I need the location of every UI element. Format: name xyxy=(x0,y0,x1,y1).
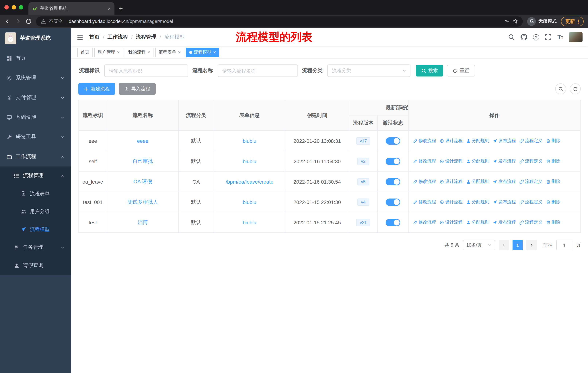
tag-process-model[interactable]: 流程模型× xyxy=(186,48,219,57)
action-definition[interactable]: 流程定义 xyxy=(519,138,542,144)
sidebar-item-system-management[interactable]: 系统管理 xyxy=(0,68,71,88)
sidebar-item-process-management[interactable]: 流程管理 xyxy=(0,166,71,185)
action-design[interactable]: 设计流程 xyxy=(440,199,462,205)
security-label[interactable]: 不安全 xyxy=(49,18,63,24)
page-size-select[interactable]: 10条/页 xyxy=(463,240,495,250)
tag-home[interactable]: 首页 xyxy=(77,48,93,57)
breadcrumb-process-management[interactable]: 流程管理 xyxy=(136,34,156,40)
update-button[interactable]: 更新 ⋮ xyxy=(561,17,584,26)
action-publish[interactable]: 发布流程 xyxy=(493,219,516,225)
goto-page-input[interactable] xyxy=(556,240,572,250)
action-assign[interactable]: 分配规则 xyxy=(466,199,489,205)
action-assign[interactable]: 分配规则 xyxy=(466,158,489,164)
search-button[interactable]: 搜索 xyxy=(416,65,443,77)
import-process-button[interactable]: 导入流程 xyxy=(119,83,156,95)
sidebar-item-payment-management[interactable]: 支付管理 xyxy=(0,88,71,107)
process-name-link[interactable]: 滔博 xyxy=(138,219,148,225)
font-size-icon[interactable]: TT xyxy=(557,34,563,40)
action-edit[interactable]: 修改流程 xyxy=(413,138,436,144)
close-icon[interactable]: × xyxy=(213,50,216,55)
action-edit[interactable]: 修改流程 xyxy=(413,199,436,205)
action-publish[interactable]: 发布流程 xyxy=(493,199,516,205)
sidebar-item-dev-tools[interactable]: 研发工具 xyxy=(0,127,71,147)
breadcrumb-workflow[interactable]: 工作流程 xyxy=(107,34,128,40)
action-delete[interactable]: 删除 xyxy=(546,199,560,205)
address-bar[interactable]: 不安全 dashboard.yudao.iocoder.cn/bpm/manag… xyxy=(36,16,523,26)
form-link[interactable]: biubiu xyxy=(243,220,256,225)
action-delete[interactable]: 删除 xyxy=(546,138,560,144)
action-delete[interactable]: 删除 xyxy=(546,158,560,164)
action-assign[interactable]: 分配规则 xyxy=(466,138,489,144)
process-name-link[interactable]: eeee xyxy=(137,138,148,144)
process-name-input[interactable] xyxy=(218,64,298,77)
version-badge[interactable]: v5 xyxy=(357,178,369,185)
refresh-table-button[interactable] xyxy=(570,83,581,94)
version-badge[interactable]: v4 xyxy=(357,198,369,206)
action-edit[interactable]: 修改流程 xyxy=(413,219,436,225)
security-warning-icon[interactable] xyxy=(41,19,46,24)
sidebar-item-process-model[interactable]: 流程模型 xyxy=(0,220,71,238)
back-button[interactable] xyxy=(4,18,10,24)
action-definition[interactable]: 流程定义 xyxy=(519,158,542,164)
prev-page-button[interactable] xyxy=(499,240,509,250)
github-icon[interactable] xyxy=(521,34,527,40)
form-link[interactable]: biubiu xyxy=(243,138,256,144)
avatar[interactable] xyxy=(569,32,583,42)
process-key-input[interactable] xyxy=(104,64,188,77)
action-publish[interactable]: 发布流程 xyxy=(493,138,516,144)
breadcrumb-home[interactable]: 首页 xyxy=(89,34,100,40)
close-icon[interactable]: × xyxy=(117,50,120,55)
action-definition[interactable]: 流程定义 xyxy=(519,199,542,205)
next-page-button[interactable] xyxy=(526,240,537,250)
tag-my-process[interactable]: 我的流程× xyxy=(125,48,153,57)
hamburger-icon[interactable] xyxy=(77,34,84,40)
search-icon[interactable] xyxy=(508,34,515,40)
version-badge[interactable]: v21 xyxy=(356,219,371,226)
action-edit[interactable]: 修改流程 xyxy=(413,179,436,185)
category-select[interactable]: 流程分类 xyxy=(327,64,410,77)
toggle-search-button[interactable] xyxy=(555,83,566,94)
action-assign[interactable]: 分配规则 xyxy=(466,179,489,185)
close-icon[interactable]: × xyxy=(147,50,150,55)
sidebar-item-workflow[interactable]: 工作流程 xyxy=(0,147,71,166)
version-badge[interactable]: v2 xyxy=(357,158,369,165)
action-publish[interactable]: 发布流程 xyxy=(493,158,516,164)
url-text[interactable]: dashboard.yudao.iocoder.cn/bpm/manager/m… xyxy=(69,19,501,24)
action-design[interactable]: 设计流程 xyxy=(440,179,462,185)
action-definition[interactable]: 流程定义 xyxy=(519,179,542,185)
minimize-window-button[interactable] xyxy=(12,5,16,10)
page-1-button[interactable]: 1 xyxy=(513,240,523,250)
help-icon[interactable]: ? xyxy=(533,34,539,40)
close-icon[interactable]: × xyxy=(178,50,181,55)
action-publish[interactable]: 发布流程 xyxy=(493,179,516,185)
active-toggle[interactable] xyxy=(386,178,400,185)
active-toggle[interactable] xyxy=(386,219,400,226)
action-design[interactable]: 设计流程 xyxy=(440,138,462,144)
sidebar-logo[interactable]: 芋道管理系统 xyxy=(0,28,71,49)
tab-close-icon[interactable]: × xyxy=(107,6,111,11)
password-key-icon[interactable] xyxy=(504,19,510,24)
active-toggle[interactable] xyxy=(386,137,400,144)
action-design[interactable]: 设计流程 xyxy=(440,219,462,225)
tag-tenant-management[interactable]: 租户管理× xyxy=(94,48,123,57)
sidebar-item-infrastructure[interactable]: 基础设施 xyxy=(0,107,71,127)
action-delete[interactable]: 删除 xyxy=(546,219,560,225)
close-window-button[interactable] xyxy=(4,5,9,10)
tag-process-form[interactable]: 流程表单× xyxy=(155,48,184,57)
zoom-window-button[interactable] xyxy=(19,5,23,10)
process-name-link[interactable]: 测试多审批人 xyxy=(127,199,158,204)
form-link[interactable]: biubiu xyxy=(243,158,256,164)
action-definition[interactable]: 流程定义 xyxy=(519,219,542,225)
process-name-link[interactable]: 自己审批 xyxy=(133,158,153,164)
reload-button[interactable] xyxy=(26,18,32,24)
form-link[interactable]: biubiu xyxy=(243,199,256,205)
action-edit[interactable]: 修改流程 xyxy=(413,158,436,164)
process-name-link[interactable]: OA 请假 xyxy=(133,178,152,184)
sidebar-item-leave-query[interactable]: 请假查询 xyxy=(0,256,71,275)
action-design[interactable]: 设计流程 xyxy=(440,158,462,164)
reset-button[interactable]: 重置 xyxy=(447,65,475,77)
browser-menu-icon[interactable]: ⋮ xyxy=(576,18,581,24)
version-badge[interactable]: v17 xyxy=(356,137,371,144)
action-assign[interactable]: 分配规则 xyxy=(466,219,489,225)
bookmark-star-icon[interactable] xyxy=(513,19,518,24)
